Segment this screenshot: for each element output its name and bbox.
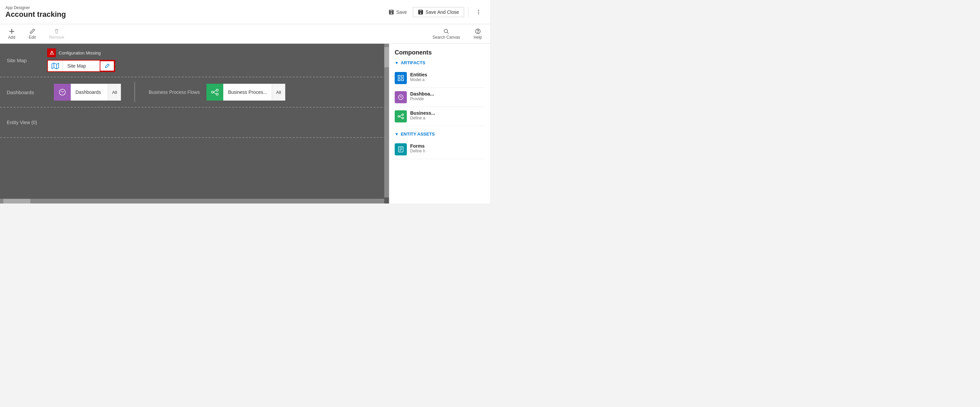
dial-icon <box>398 94 404 101</box>
remove-label: Remove <box>49 35 64 40</box>
entity-assets-section-header[interactable]: ▼ ENTITY ASSETS <box>395 131 485 136</box>
bpf-comp-icon <box>395 110 407 122</box>
header-right: Save Save And Close <box>385 7 485 17</box>
more-icon <box>476 10 481 15</box>
map-icon <box>51 62 59 70</box>
svg-point-8 <box>216 89 218 91</box>
horizontal-scrollbar-thumb[interactable] <box>3 199 30 204</box>
svg-point-7 <box>212 91 213 93</box>
svg-point-2 <box>478 13 479 14</box>
svg-point-1 <box>478 11 479 13</box>
app-title: Account tracking <box>5 10 66 19</box>
bpf-card[interactable]: Business Proces... All <box>207 84 285 101</box>
entity-assets-chevron-icon: ▼ <box>395 132 399 136</box>
config-missing-banner: ⚠ Configuration Missing <box>47 48 115 57</box>
help-button[interactable]: Help <box>471 27 485 41</box>
dashboards-card-icon <box>54 84 71 101</box>
horizontal-scrollbar[interactable] <box>0 199 384 204</box>
bpf-card-icon <box>207 84 223 101</box>
right-panel: Components ▼ ARTIFACTS Entities Model a … <box>389 44 490 204</box>
sitemap-edit-button[interactable] <box>100 60 115 71</box>
bpf-divider <box>134 82 135 102</box>
add-button[interactable]: Add <box>5 27 18 41</box>
svg-point-3 <box>444 29 447 33</box>
artifacts-label: ARTIFACTS <box>401 60 425 65</box>
header: App Designer Account tracking Save Save … <box>0 0 490 24</box>
form-icon <box>398 146 404 153</box>
component-bpf[interactable]: Business... Define a <box>395 107 485 126</box>
config-missing-text: Configuration Missing <box>59 51 101 55</box>
remove-icon <box>54 28 60 34</box>
dashboards-comp-info: Dashboa... Provide <box>410 91 485 101</box>
sitemap-content: ⚠ Configuration Missing Site Map <box>47 48 115 72</box>
panel-title: Components <box>395 49 485 56</box>
component-dashboards[interactable]: Dashboa... Provide <box>395 88 485 107</box>
entity-view-row: Entity View (0) <box>0 108 389 138</box>
sitemap-section: Site Map ⚠ Configuration Missing Site Ma… <box>0 44 389 78</box>
canvas-area: Site Map ⚠ Configuration Missing Site Ma… <box>0 44 389 204</box>
search-canvas-label: Search Canvas <box>433 35 460 40</box>
sitemap-card-label: Site Map <box>63 60 100 71</box>
help-label: Help <box>474 35 482 40</box>
sitemap-card[interactable]: Site Map <box>47 60 115 72</box>
toolbar-right: Search Canvas Help <box>430 27 485 41</box>
bpf-comp-name: Business... <box>410 110 485 116</box>
help-icon <box>475 28 481 34</box>
component-forms[interactable]: Forms Define h <box>395 140 485 159</box>
svg-rect-13 <box>401 79 403 81</box>
bpf-comp-desc: Define a <box>410 116 485 120</box>
svg-point-5 <box>477 32 478 33</box>
grid-icon <box>398 74 404 81</box>
bpf-row-label: Business Process Flows <box>148 89 200 95</box>
forms-comp-name: Forms <box>410 143 485 149</box>
vertical-scrollbar[interactable] <box>384 44 389 198</box>
svg-rect-10 <box>398 75 400 78</box>
entities-info: Entities Model a <box>410 72 485 82</box>
dashboards-comp-icon <box>395 91 407 103</box>
app-designer-label: App Designer <box>5 5 66 10</box>
remove-button[interactable]: Remove <box>46 27 67 41</box>
save-and-close-label: Save And Close <box>425 10 459 15</box>
entities-icon <box>395 72 407 84</box>
bpf-comp-info: Business... Define a <box>410 110 485 120</box>
more-options-button[interactable] <box>473 7 485 17</box>
component-entities[interactable]: Entities Model a <box>395 69 485 88</box>
artifacts-chevron-icon: ▼ <box>395 60 399 65</box>
svg-point-16 <box>402 114 404 116</box>
header-left: App Designer Account tracking <box>5 5 66 19</box>
edit-pencil-icon <box>104 63 110 69</box>
svg-rect-11 <box>401 75 403 78</box>
dashboards-card-label: Dashboards <box>71 84 108 101</box>
save-and-close-button[interactable]: Save And Close <box>413 7 464 17</box>
svg-point-17 <box>402 117 404 119</box>
add-icon <box>9 28 15 34</box>
search-icon <box>443 28 449 34</box>
forms-comp-desc: Define h <box>410 149 485 154</box>
save-button[interactable]: Save <box>385 7 410 17</box>
sitemap-card-icon <box>48 60 63 71</box>
header-divider <box>468 7 468 17</box>
dashboards-card[interactable]: Dashboards All <box>54 84 121 101</box>
save-label: Save <box>396 10 407 15</box>
artifacts-section-header[interactable]: ▼ ARTIFACTS <box>395 60 485 65</box>
entity-assets-label: ENTITY ASSETS <box>401 131 435 136</box>
edit-button[interactable]: Edit <box>26 27 38 41</box>
dashboards-all-button[interactable]: All <box>108 84 121 101</box>
edit-icon <box>29 28 35 34</box>
svg-point-0 <box>478 10 479 11</box>
toolbar: Add Edit Remove Search Canvas Help <box>0 24 490 44</box>
dashboard-icon <box>58 88 66 96</box>
search-canvas-button[interactable]: Search Canvas <box>430 27 463 41</box>
dashboards-comp-name: Dashboa... <box>410 91 485 97</box>
svg-point-15 <box>398 116 400 117</box>
svg-point-9 <box>216 93 218 95</box>
warning-icon: ⚠ <box>47 48 56 57</box>
entities-name: Entities <box>410 72 485 78</box>
bpf-all-button[interactable]: All <box>272 84 285 101</box>
main-layout: Site Map ⚠ Configuration Missing Site Ma… <box>0 44 490 204</box>
forms-comp-info: Forms Define h <box>410 143 485 154</box>
flow-icon <box>211 88 219 96</box>
add-label: Add <box>8 35 15 40</box>
toolbar-left: Add Edit Remove <box>5 27 67 41</box>
vertical-scrollbar-thumb[interactable] <box>384 47 389 67</box>
